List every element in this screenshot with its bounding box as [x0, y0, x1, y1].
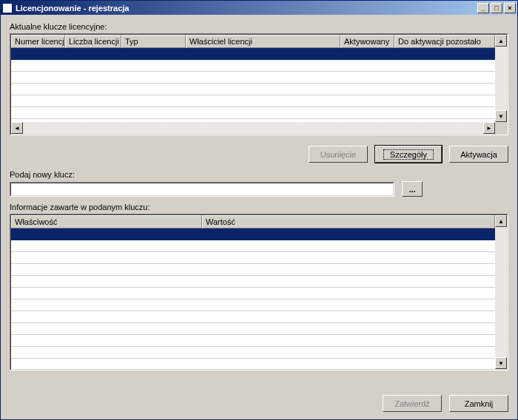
key-info-grid: Właściwość Wartość — [10, 214, 508, 370]
maximize-button[interactable]: □ — [491, 3, 502, 13]
window-title: Licencjonowanie - rejestracja — [16, 4, 476, 13]
grid1-body[interactable] — [11, 48, 495, 122]
table-row[interactable] — [11, 84, 495, 95]
col-license-count[interactable]: Liczba licencji — [65, 35, 121, 48]
bottom-button-bar: Zatwierdź Zamknij — [1, 387, 517, 419]
table-row[interactable] — [11, 323, 495, 335]
table-row[interactable] — [11, 60, 495, 72]
grid1-hscroll[interactable]: ◄ ► — [11, 122, 495, 134]
activate-button[interactable]: Aktywacja — [449, 146, 508, 163]
table-row[interactable] — [11, 264, 495, 276]
app-icon — [2, 3, 13, 13]
new-key-row: ... — [10, 181, 508, 197]
scroll-track[interactable] — [495, 47, 507, 110]
confirm-button: Zatwierdź — [383, 395, 442, 412]
table-row[interactable] — [11, 276, 495, 288]
grid1-vscroll[interactable]: ▲ ▼ — [495, 35, 507, 122]
col-property[interactable]: Właściwość — [11, 215, 202, 228]
registration-window: Licencjonowanie - rejestracja _ □ × Aktu… — [0, 0, 518, 420]
scroll-track[interactable] — [495, 227, 507, 357]
table-row[interactable] — [11, 288, 495, 299]
col-owner[interactable]: Właściciel licencji — [186, 35, 340, 48]
table-row[interactable] — [11, 335, 495, 347]
details-button[interactable]: Szczegóły — [375, 146, 442, 163]
table-row[interactable] — [11, 107, 495, 119]
titlebar: Licencjonowanie - rejestracja _ □ × — [1, 1, 517, 15]
grid1-selected-row[interactable] — [11, 48, 495, 60]
col-remaining[interactable]: Do aktywacji pozostało — [394, 35, 495, 48]
grid1-header: Numer licencji Liczba licencji Typ Właśc… — [11, 35, 495, 48]
table-row[interactable] — [11, 252, 495, 264]
col-value[interactable]: Wartość — [202, 215, 495, 228]
table-row[interactable] — [11, 347, 495, 359]
minimize-button[interactable]: _ — [477, 3, 489, 13]
col-type[interactable]: Typ — [121, 35, 186, 48]
scroll-right-icon[interactable]: ► — [483, 122, 495, 134]
scroll-up-icon[interactable]: ▲ — [495, 215, 507, 227]
table-row[interactable] — [11, 240, 495, 252]
grid2-selected-row[interactable] — [11, 228, 495, 240]
scroll-corner — [495, 122, 507, 134]
new-key-label: Podaj nowy klucz: — [10, 170, 508, 179]
new-key-input[interactable] — [10, 182, 394, 197]
close-button[interactable]: Zamknij — [449, 395, 508, 412]
table-row[interactable] — [11, 72, 495, 84]
scroll-down-icon[interactable]: ▼ — [495, 110, 507, 122]
content-area: Aktualne klucze licencyjne: Numer licenc… — [1, 15, 517, 387]
scroll-up-icon[interactable]: ▲ — [495, 35, 507, 47]
browse-button[interactable]: ... — [402, 181, 423, 197]
table-row[interactable] — [11, 95, 495, 107]
scroll-left-icon[interactable]: ◄ — [11, 122, 23, 134]
grid1-buttons: Usunięcie Szczegóły Aktywacja — [10, 146, 508, 163]
grid2-body[interactable] — [11, 228, 495, 369]
close-window-button[interactable]: × — [504, 3, 516, 13]
table-row[interactable] — [11, 311, 495, 323]
table-row[interactable] — [11, 299, 495, 311]
license-keys-grid: Numer licencji Liczba licencji Typ Właśc… — [10, 33, 508, 135]
grid2-header: Właściwość Wartość — [11, 215, 495, 228]
current-keys-label: Aktualne klucze licencyjne: — [10, 22, 508, 31]
grid2-vscroll[interactable]: ▲ ▼ — [495, 215, 507, 369]
scroll-down-icon[interactable]: ▼ — [495, 357, 507, 369]
table-row[interactable] — [11, 359, 495, 369]
key-info-label: Informacje zawarte w podanym kluczu: — [10, 203, 508, 211]
col-license-number[interactable]: Numer licencji — [11, 35, 65, 48]
delete-button: Usunięcie — [309, 146, 368, 163]
scroll-track[interactable] — [23, 122, 483, 134]
col-activated[interactable]: Aktywowany — [340, 35, 394, 48]
